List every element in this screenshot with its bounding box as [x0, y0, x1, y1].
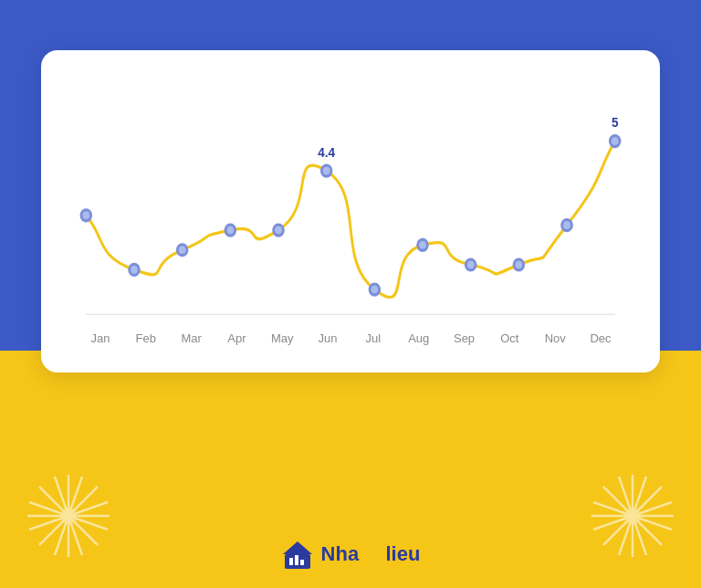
chart-dot-inner-6 [371, 286, 378, 294]
x-label-feb: Feb [123, 331, 169, 345]
x-label-jul: Jul [350, 331, 396, 345]
x-label-apr: Apr [214, 331, 259, 345]
chart-dot-inner-7 [419, 241, 426, 249]
brand-du: Du [359, 542, 385, 565]
x-label-aug: Aug [396, 331, 442, 345]
brand-nha: Nha [321, 542, 360, 565]
chart-dot-inner-10 [563, 221, 570, 229]
x-label-nov: Nov [532, 331, 578, 345]
main-card: 4.45 JanFebMarAprMayJunJulAugSepOctNovDe… [41, 50, 660, 373]
chart-dot-inner-11 [612, 137, 619, 145]
chart-dot-inner-8 [467, 261, 475, 269]
line-chart-svg: 4.45 [68, 87, 633, 324]
x-label-dec: Dec [578, 331, 623, 345]
chart-dot-inner-9 [515, 261, 522, 269]
svg-rect-13 [300, 560, 304, 565]
chart-dot-inner-0 [82, 212, 89, 220]
x-label-sep: Sep [442, 331, 487, 345]
chart-dot-inner-2 [179, 246, 186, 254]
chart-dot-inner-5 [323, 167, 330, 175]
x-axis-labels: JanFebMarAprMayJunJulAugSepOctNovDec [68, 324, 633, 345]
x-label-jan: Jan [78, 331, 123, 345]
brand-lieu: lieu [385, 542, 420, 565]
chart-label-11: 5 [612, 115, 619, 131]
chart-dot-inner-4 [275, 226, 282, 235]
x-label-may: May [259, 331, 305, 345]
chart-dot-inner-1 [131, 266, 138, 274]
footer: NhaDulieu [0, 520, 701, 588]
x-label-jun: Jun [305, 331, 350, 345]
svg-rect-12 [295, 555, 298, 565]
svg-rect-11 [289, 558, 293, 565]
brand-icon [281, 538, 314, 571]
chart-label-5: 4.4 [318, 144, 335, 160]
chart-dot-inner-3 [226, 226, 234, 235]
x-label-mar: Mar [169, 331, 214, 345]
chart-line [86, 142, 614, 298]
brand-name: NhaDulieu [321, 542, 421, 566]
svg-marker-10 [283, 541, 312, 554]
brand-logo: NhaDulieu [281, 538, 421, 571]
x-label-oct: Oct [487, 331, 532, 345]
chart-area: 4.45 [68, 87, 633, 324]
